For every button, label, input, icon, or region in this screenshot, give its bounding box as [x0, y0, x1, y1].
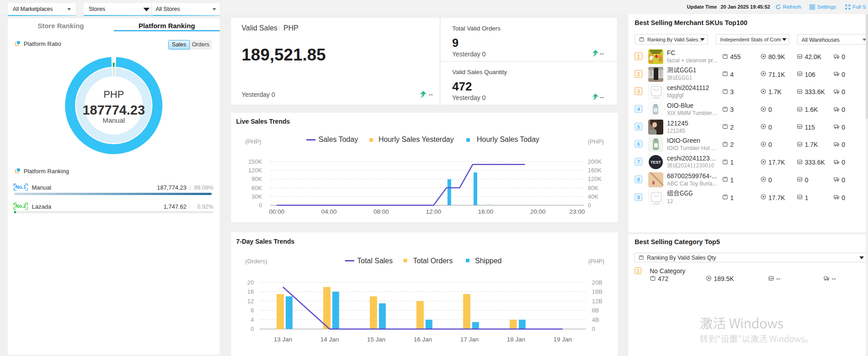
svg-text:40K: 40K	[588, 193, 598, 200]
svg-text:90K: 90K	[252, 175, 262, 182]
svg-text:8B: 8B	[592, 307, 599, 314]
svg-text:0: 0	[588, 202, 591, 209]
svg-text:20:00: 20:00	[530, 208, 546, 215]
svg-text:12B: 12B	[592, 298, 602, 305]
svg-text:0: 0	[251, 326, 254, 332]
svg-text:200K: 200K	[588, 158, 602, 165]
svg-text:150K: 150K	[248, 158, 262, 165]
svg-text:04:00: 04:00	[321, 208, 337, 215]
svg-text:23:00: 23:00	[570, 208, 585, 215]
svg-text:0: 0	[259, 202, 262, 209]
svg-text:30K: 30K	[252, 193, 262, 200]
svg-text:20B: 20B	[592, 279, 602, 286]
svg-text:60K: 60K	[252, 185, 262, 191]
svg-text:120K: 120K	[588, 175, 602, 182]
svg-text:20: 20	[247, 279, 254, 286]
svg-text:00:00: 00:00	[269, 208, 285, 215]
svg-text:120K: 120K	[248, 167, 262, 174]
svg-text:0: 0	[592, 326, 595, 332]
svg-text:19 Jan: 19 Jan	[554, 336, 572, 343]
svg-text:16: 16	[247, 288, 254, 295]
svg-text:17 Jan: 17 Jan	[460, 336, 479, 343]
svg-text:4: 4	[251, 316, 254, 323]
svg-text:80K: 80K	[588, 185, 598, 191]
svg-text:15 Jan: 15 Jan	[367, 336, 386, 343]
svg-text:16B: 16B	[592, 288, 602, 295]
svg-text:13 Jan: 13 Jan	[274, 336, 293, 343]
svg-text:16:00: 16:00	[478, 208, 494, 215]
svg-text:14 Jan: 14 Jan	[320, 336, 339, 343]
svg-text:12: 12	[247, 298, 254, 305]
svg-text:18 Jan: 18 Jan	[507, 336, 525, 343]
svg-text:160K: 160K	[588, 167, 602, 174]
svg-text:12:00: 12:00	[426, 208, 441, 215]
svg-text:8: 8	[251, 307, 254, 314]
svg-text:4B: 4B	[592, 316, 599, 323]
svg-text:08:00: 08:00	[373, 208, 389, 215]
svg-text:16 Jan: 16 Jan	[414, 336, 432, 343]
